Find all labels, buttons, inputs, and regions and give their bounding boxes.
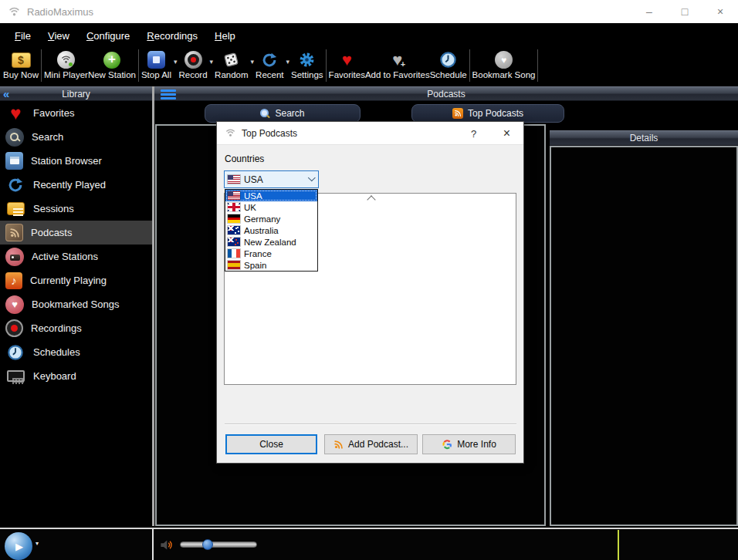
sidebar-item-search[interactable]: Search [0,125,152,149]
volume-slider-track[interactable] [180,541,257,548]
sidebar-item-currently-playing[interactable]: Currently Playing [0,268,152,292]
menu-recordings[interactable]: Recordings [138,25,206,46]
toolbar-separator [326,49,327,82]
menu-help[interactable]: Help [206,25,244,46]
minimize-button[interactable]: – [631,0,667,23]
toolbar-separator [469,49,470,82]
close-dialog-button[interactable]: Close [225,434,317,454]
sidebar-item-schedules[interactable]: Schedules [0,340,152,364]
maximize-button[interactable]: □ [667,0,702,23]
hamburger-menu-icon[interactable] [161,89,176,100]
toolbar-separator [138,49,139,82]
radio-sessions-icon [7,202,25,215]
window-title: RadioMaximus [27,6,93,18]
menu-configure[interactable]: Configure [78,25,138,46]
rss-icon [452,108,463,119]
menu-bar: File View Configure Recordings Help [0,23,738,48]
podcasts-panel-header: Podcasts [154,86,738,101]
uk-flag-icon [228,203,240,211]
level-meter-line [618,530,619,560]
spain-flag-icon [228,261,240,269]
dropdown-option-uk[interactable]: UK [225,201,317,213]
sidebar-item-podcasts[interactable]: Podcasts [0,221,152,245]
menu-view[interactable]: View [39,25,78,46]
countries-label: Countries [225,153,264,164]
chevron-down-icon [308,174,316,181]
heart-plus-icon [392,52,402,69]
stop-all-icon [147,51,165,69]
random-dropdown-arrow[interactable]: ▾ [251,58,255,66]
favorites-button[interactable]: Favorites [329,48,365,83]
play-dropdown-arrow[interactable]: ▾ [36,540,39,547]
dropdown-option-spain[interactable]: Spain [225,259,317,271]
dialog-help-button[interactable]: ? [457,122,490,145]
record-dropdown-arrow[interactable]: ▾ [210,58,214,66]
toolbar-separator [41,49,42,82]
add-podcast-button[interactable]: Add Podcast... [324,434,418,454]
stop-all-dropdown-arrow[interactable]: ▾ [174,58,178,66]
collapse-sidebar-icon[interactable] [3,87,9,100]
sidebar-item-recently-played[interactable]: Recently Played [0,173,152,197]
keyboard-icon [7,370,25,382]
settings-button[interactable]: Settings [291,48,323,83]
recent-button[interactable]: Recent ▾ [256,48,291,83]
sidebar-item-sessions[interactable]: Sessions [0,197,152,221]
sidebar-item-bookmarked-songs[interactable]: Bookmarked Songs [0,292,152,316]
mini-player-button[interactable]: Mini Player [44,48,88,83]
library-header: Library [0,86,152,101]
buy-now-button[interactable]: Buy Now [3,48,39,83]
countries-dropdown: USA UK Germany Australia New Zealand Fra… [225,189,318,272]
countries-combobox[interactable]: USA [224,170,319,188]
germany-flag-icon [228,214,240,223]
dropdown-option-usa[interactable]: USA [225,190,317,201]
mini-player-icon [57,51,75,69]
clock-icon [5,342,25,363]
radio-icon [5,248,24,266]
dialog-separator [225,423,516,424]
speaker-icon[interactable] [159,538,174,552]
sidebar-splitter[interactable] [152,86,154,526]
sidebar-item-recordings[interactable]: Recordings [0,316,152,340]
new-zealand-flag-icon [228,238,240,246]
volume-slider-thumb[interactable] [202,539,213,550]
dropdown-option-france[interactable]: France [225,248,317,259]
record-dot-icon [5,319,23,337]
recent-dropdown-arrow[interactable]: ▾ [286,58,290,66]
schedule-button[interactable]: Schedule [430,48,467,83]
podcasts-panel-title: Podcasts [427,89,465,100]
sidebar-item-station-browser[interactable]: Station Browser [0,149,152,173]
library-sidebar: Favorites Search Station Browser Recentl… [0,101,152,526]
record-icon [184,51,202,69]
random-button[interactable]: Random ▾ [215,48,256,83]
combobox-value: USA [244,174,263,185]
top-podcasts-dialog: Top Podcasts ? × Countries USA USA UK [216,121,524,464]
library-header-label: Library [62,89,90,100]
tab-top-podcasts[interactable]: Top Podcasts [411,104,564,123]
search-icon [260,109,270,119]
dialog-close-icon[interactable]: × [490,122,523,145]
dropdown-option-germany[interactable]: Germany [225,213,317,224]
sidebar-item-active-stations[interactable]: Active Stations [0,245,152,268]
dialog-title: Top Podcasts [242,128,297,139]
chevron-up-icon[interactable] [367,195,375,204]
sidebar-item-favorites[interactable]: Favorites [0,101,152,125]
bookmark-heart-icon [495,51,513,69]
dropdown-option-australia[interactable]: Australia [225,224,317,236]
heart-circle-icon [5,295,24,314]
dialog-titlebar: Top Podcasts ? × [217,122,523,145]
more-info-button[interactable]: More Info [422,434,516,454]
bookmark-song-button[interactable]: Bookmark Song [472,48,536,83]
menu-file[interactable]: File [6,25,39,46]
new-station-button[interactable]: New Station [88,48,136,83]
stop-all-button[interactable]: Stop All ▾ [141,48,179,83]
rss-icon [333,440,344,450]
record-button[interactable]: Record ▾ [178,48,215,83]
play-button[interactable] [5,532,32,560]
close-button[interactable]: × [702,0,738,23]
add-to-favorites-button[interactable]: Add to Favorites [365,48,430,83]
toolbar-separator [537,49,538,82]
dropdown-option-new-zealand[interactable]: New Zealand [225,236,317,248]
tab-search[interactable]: Search [205,104,361,123]
sidebar-item-keyboard[interactable]: Keyboard [0,364,152,388]
usa-flag-icon [228,191,240,200]
